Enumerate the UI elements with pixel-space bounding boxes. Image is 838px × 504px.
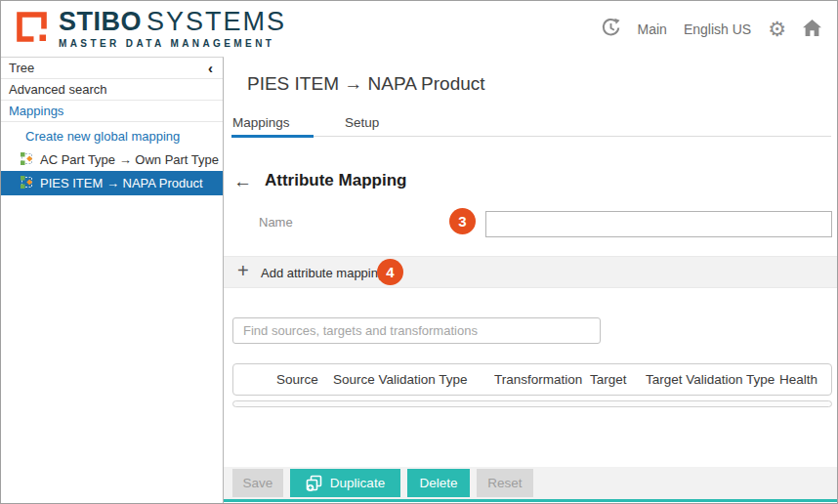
reset-button[interactable]: Reset	[477, 469, 533, 497]
brand-primary: STIBO	[59, 7, 142, 36]
active-tab-indicator	[231, 135, 314, 138]
column-header-target: Target	[590, 372, 627, 387]
stibo-square-icon	[14, 9, 50, 49]
section-heading: Attribute Mapping	[265, 171, 406, 190]
logo-text: STIBOSYSTEMS MASTER DATA MANAGEMENT	[59, 9, 286, 49]
sidebar-item-label: Advanced search	[9, 82, 106, 97]
add-attribute-mapping-label: Add attribute mapping	[261, 266, 385, 280]
column-header-source: Source	[276, 372, 318, 387]
app-header: STIBOSYSTEMS MASTER DATA MANAGEMENT Main…	[1, 1, 837, 57]
column-header-target-validation-type: Target Validation Type	[646, 372, 775, 387]
app-window: STIBOSYSTEMS MASTER DATA MANAGEMENT Main…	[0, 0, 838, 504]
tab-bar: Mappings Setup	[231, 111, 831, 137]
main-context-link[interactable]: Main	[638, 21, 667, 37]
mapping-item-label: PIES ITEM → NAPA Product	[40, 176, 203, 190]
save-button[interactable]: Save	[232, 469, 283, 497]
plus-icon: +	[237, 260, 249, 282]
mapping-icon	[21, 176, 33, 191]
body-row: Tree ‹ Advanced search Mappings Create n…	[1, 57, 837, 503]
mapping-icon	[21, 152, 33, 168]
tab-mappings[interactable]: Mappings	[232, 115, 290, 130]
sidebar-item-label: Mappings	[9, 104, 63, 118]
sidebar-item-tree[interactable]: Tree ‹	[1, 58, 223, 79]
duplicate-button-label: Duplicate	[330, 476, 385, 490]
gear-icon[interactable]: ⚙	[768, 19, 786, 39]
sidebar-item-advanced-search[interactable]: Advanced search	[1, 79, 223, 101]
column-header-health: Health	[779, 372, 817, 387]
sidebar: Tree ‹ Advanced search Mappings Create n…	[1, 57, 224, 503]
duplicate-icon	[306, 475, 322, 491]
search-input[interactable]	[232, 317, 601, 344]
page-title: PIES ITEM → NAPA Product	[247, 73, 485, 95]
mapping-table-header: Source Source Validation Type Transforma…	[232, 363, 832, 396]
add-attribute-mapping-button[interactable]: + Add attribute mapping 4	[224, 256, 837, 288]
back-arrow-icon[interactable]: ←	[233, 172, 252, 190]
column-header-source-validation-type: Source Validation Type	[333, 372, 468, 387]
mapping-item-pies-item[interactable]: PIES ITEM → NAPA Product	[1, 171, 223, 195]
mapping-item-label: AC Part Type → Own Part Type	[40, 152, 219, 167]
step-badge-4: 4	[377, 259, 403, 285]
step-badge-3: 3	[449, 208, 476, 234]
footer-accent-line	[224, 499, 837, 502]
sidebar-item-mappings[interactable]: Mappings	[1, 101, 223, 122]
language-selector[interactable]: English US	[684, 21, 751, 37]
name-input[interactable]	[485, 211, 832, 237]
sidebar-item-label: Tree	[9, 61, 34, 75]
footer-action-bar: Save Duplicate Delete Reset	[224, 467, 837, 499]
stibo-logo: STIBOSYSTEMS MASTER DATA MANAGEMENT	[14, 9, 286, 49]
collapse-sidebar-icon[interactable]: ‹	[208, 58, 213, 79]
header-actions: Main English US ⚙	[601, 18, 821, 41]
brand-tagline: MASTER DATA MANAGEMENT	[59, 38, 286, 49]
tab-setup[interactable]: Setup	[345, 115, 379, 130]
history-icon[interactable]	[601, 18, 621, 41]
duplicate-button[interactable]: Duplicate	[290, 469, 400, 497]
home-icon[interactable]	[803, 20, 821, 39]
attribute-mapping-header: ← Attribute Mapping	[233, 171, 406, 190]
column-header-transformation: Transformation	[494, 372, 582, 387]
mapping-item-ac-part-type[interactable]: AC Part Type → Own Part Type	[1, 148, 223, 171]
name-label: Name	[259, 215, 293, 230]
empty-table-body	[232, 400, 832, 407]
delete-button[interactable]: Delete	[407, 469, 470, 497]
brand-secondary: SYSTEMS	[147, 7, 286, 36]
main-panel: PIES ITEM → NAPA Product Mappings Setup …	[224, 57, 837, 503]
create-global-mapping-link[interactable]: Create new global mapping	[1, 125, 223, 148]
